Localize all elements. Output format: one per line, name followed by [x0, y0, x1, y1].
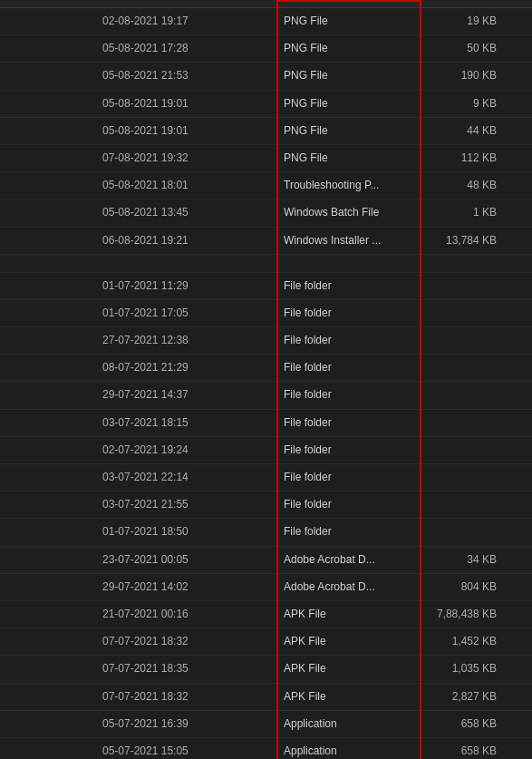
row-size-cell: 1 KB: [417, 201, 508, 224]
table-row[interactable]: 01-07-2021 18:50 File folder: [0, 519, 532, 546]
row-date-cell: 02-07-2021 19:24: [95, 439, 276, 462]
row-name-cell: [0, 439, 95, 462]
size-header[interactable]: [421, 0, 512, 7]
table-row[interactable]: 03-07-2021 21:55 File folder: [0, 491, 532, 519]
row-name-cell: [0, 329, 95, 352]
table-row[interactable]: 29-07-2021 14:02 Adobe Acrobat D... 804 …: [0, 574, 532, 601]
table-row[interactable]: 02-08-2021 19:17 PNG File 19 KB: [0, 8, 532, 35]
row-name-cell: [0, 64, 95, 87]
table-row[interactable]: 27-07-2021 12:38 File folder: [0, 327, 532, 355]
table-row[interactable]: 05-08-2021 18:01 Troubleshooting P... 48…: [0, 172, 532, 199]
table-row[interactable]: 23-07-2021 00:05 Adobe Acrobat D... 34 K…: [0, 547, 532, 574]
row-size-cell: 1,452 KB: [417, 630, 508, 653]
row-date-cell: 01-07-2021 11:29: [95, 275, 276, 297]
table-row[interactable]: 05-08-2021 19:01 PNG File 44 KB: [0, 118, 532, 145]
row-name-cell: [0, 549, 95, 571]
row-name-cell: [0, 10, 95, 33]
table-row[interactable]: 07-07-2021 18:32 APK File 2,827 KB: [0, 684, 532, 711]
table-row[interactable]: 03-07-2021 18:15 File folder: [0, 410, 532, 437]
row-size-cell: [417, 384, 508, 406]
row-date-cell: 05-08-2021 21:53: [95, 64, 276, 87]
table-row[interactable]: 05-08-2021 19:01 PNG File 9 KB: [0, 91, 532, 118]
row-size-cell: 804 KB: [417, 576, 508, 598]
row-type-cell: APK File: [276, 603, 417, 626]
row-date-cell: 03-07-2021 18:15: [95, 412, 276, 434]
row-size-cell: 19 KB: [417, 10, 508, 33]
row-date-cell: 05-08-2021 19:01: [95, 92, 276, 115]
row-size-cell: [417, 439, 508, 462]
row-name-cell: [0, 603, 95, 626]
row-date-cell: 03-07-2021 22:14: [95, 466, 276, 489]
row-size-cell: 2,827 KB: [417, 686, 508, 708]
row-date-cell: 05-07-2021 15:05: [95, 740, 276, 759]
table-row[interactable]: 08-07-2021 21:29 File folder: [0, 355, 532, 382]
table-row[interactable]: 01-07-2021 17:05 File folder: [0, 300, 532, 327]
row-date-cell: 23-07-2021 00:05: [95, 549, 276, 571]
row-type-cell: File folder: [276, 302, 417, 325]
row-date-cell: 29-07-2021 14:37: [95, 384, 276, 406]
row-name-cell: [0, 356, 95, 379]
row-date-cell: 08-07-2021 21:29: [95, 356, 276, 379]
row-date-cell: 05-08-2021 13:45: [95, 201, 276, 224]
row-name-cell: [0, 302, 95, 325]
row-type-cell: PNG File: [276, 147, 417, 170]
row-name-cell: [0, 657, 95, 680]
row-size-cell: 44 KB: [417, 120, 508, 142]
row-type-cell: Adobe Acrobat D...: [276, 549, 417, 571]
row-type-cell: PNG File: [276, 92, 417, 115]
row-type-cell: File folder: [276, 329, 417, 352]
row-size-cell: [417, 521, 508, 543]
row-size-cell: 13,784 KB: [417, 229, 508, 252]
row-date-cell: 27-07-2021 12:38: [95, 329, 276, 352]
row-type-cell: PNG File: [276, 37, 417, 60]
row-date-cell: 07-07-2021 18:35: [95, 657, 276, 680]
table-row[interactable]: 29-07-2021 14:37 File folder: [0, 382, 532, 409]
row-name-cell: [0, 630, 95, 653]
row-type-cell: File folder: [276, 521, 417, 543]
row-name-cell: [0, 92, 95, 115]
row-size-cell: 658 KB: [417, 740, 508, 759]
table-row[interactable]: 06-08-2021 19:21 Windows Installer ... 1…: [0, 228, 532, 255]
row-name-cell: [0, 384, 95, 406]
row-date-cell: 05-08-2021 17:28: [95, 37, 276, 60]
row-name-cell: [0, 174, 95, 197]
row-type-cell: PNG File: [276, 120, 417, 142]
row-name-cell: [0, 229, 95, 252]
row-type-cell: APK File: [276, 686, 417, 708]
files-section-1: 02-08-2021 19:17 PNG File 19 KB 05-08-20…: [0, 8, 532, 255]
row-type-cell: File folder: [276, 275, 417, 297]
row-type-cell: Adobe Acrobat D...: [276, 576, 417, 598]
table-row[interactable]: 07-07-2021 18:32 APK File 1,452 KB: [0, 628, 532, 656]
row-name-cell: [0, 521, 95, 543]
row-date-cell: 05-07-2021 16:39: [95, 713, 276, 735]
table-row[interactable]: 07-07-2021 18:35 APK File 1,035 KB: [0, 656, 532, 683]
table-row[interactable]: 05-08-2021 17:28 PNG File 50 KB: [0, 35, 532, 63]
row-type-cell: File folder: [276, 384, 417, 406]
row-date-cell: 01-07-2021 18:50: [95, 521, 276, 543]
row-type-cell: Application: [276, 740, 417, 759]
row-date-cell: 07-07-2021 18:32: [95, 630, 276, 653]
row-name-cell: [0, 412, 95, 434]
table-row[interactable]: 07-08-2021 19:32 PNG File 112 KB: [0, 145, 532, 172]
table-row[interactable]: 05-08-2021 21:53 PNG File 190 KB: [0, 63, 532, 90]
row-size-cell: 7,88,438 KB: [417, 603, 508, 626]
table-row[interactable]: 01-07-2021 11:29 File folder: [0, 273, 532, 300]
row-date-cell: 06-08-2021 19:21: [95, 229, 276, 252]
table-row[interactable]: 05-08-2021 13:45 Windows Batch File 1 KB: [0, 199, 532, 227]
row-name-cell: [0, 713, 95, 735]
row-name-cell: [0, 576, 95, 598]
column-headers: [0, 0, 532, 8]
row-type-cell: Windows Installer ...: [276, 229, 417, 252]
table-row[interactable]: 21-07-2021 00:16 APK File 7,88,438 KB: [0, 601, 532, 628]
table-row[interactable]: 05-07-2021 16:39 Application 658 KB: [0, 711, 532, 738]
table-row[interactable]: 03-07-2021 22:14 File folder: [0, 464, 532, 491]
row-size-cell: 50 KB: [417, 37, 508, 60]
table-row[interactable]: 02-07-2021 19:24 File folder: [0, 437, 532, 464]
date-modified-header[interactable]: [95, 0, 276, 7]
row-date-cell: 29-07-2021 14:02: [95, 576, 276, 598]
row-type-cell: Windows Batch File: [276, 201, 417, 224]
row-date-cell: 07-08-2021 19:32: [95, 147, 276, 170]
table-row[interactable]: 05-07-2021 15:05 Application 658 KB: [0, 738, 532, 759]
row-name-cell: [0, 120, 95, 142]
type-header[interactable]: [276, 0, 421, 7]
